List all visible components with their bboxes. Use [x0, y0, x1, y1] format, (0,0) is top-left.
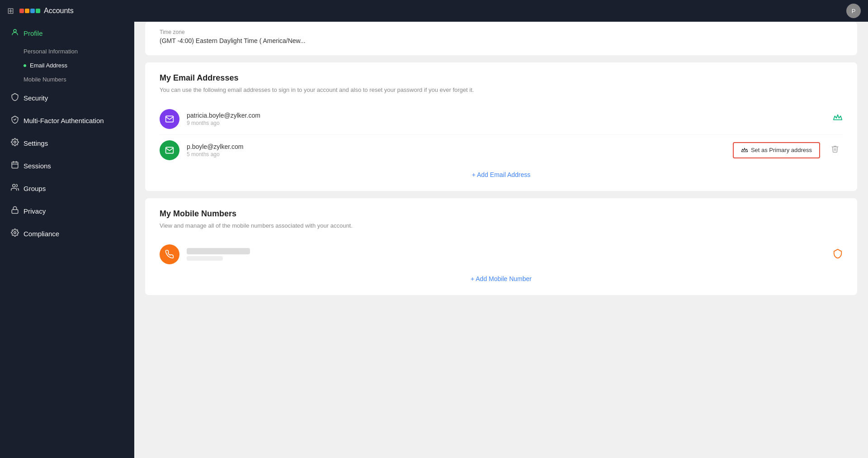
timezone-label: Time zone: [160, 29, 843, 35]
active-dot: [24, 64, 26, 67]
trash-icon: [831, 145, 839, 153]
grid-icon[interactable]: ⊞: [7, 6, 14, 16]
email-address-label: Email Address: [30, 62, 67, 69]
email-address-1: patricia.boyle@zylker.com: [187, 112, 822, 119]
security-label: Security: [24, 94, 48, 102]
phone-time-blurred: [187, 256, 223, 261]
email-avatar-2: [160, 140, 179, 160]
sidebar-item-compliance[interactable]: Compliance: [0, 222, 134, 245]
logo-icon: [19, 9, 40, 13]
mobile-section-title: My Mobile Numbers: [160, 209, 843, 219]
email-info-2: p.boyle@zylker.com 5 months ago: [187, 143, 726, 157]
phone-number-blurred: [187, 248, 250, 254]
groups-label: Groups: [24, 185, 46, 192]
email-time-1: 9 months ago: [187, 120, 822, 126]
app-title: Accounts: [44, 7, 74, 15]
sidebar-item-mobile-numbers[interactable]: Mobile Numbers: [0, 72, 134, 86]
sidebar-item-personal-info[interactable]: Personal Information: [0, 44, 134, 58]
main-content: Time zone (GMT -4:00) Eastern Daylight T…: [134, 0, 868, 458]
svg-rect-2: [12, 162, 18, 168]
timezone-card: Time zone (GMT -4:00) Eastern Daylight T…: [145, 22, 857, 55]
settings-label: Settings: [24, 139, 48, 147]
sessions-icon: [11, 161, 19, 171]
sidebar-item-groups[interactable]: Groups: [0, 177, 134, 200]
personal-info-label: Personal Information: [24, 48, 78, 55]
sidebar-item-profile[interactable]: Profile: [0, 22, 134, 44]
email-time-2: 5 months ago: [187, 151, 726, 157]
sidebar-item-privacy[interactable]: Privacy: [0, 200, 134, 222]
timezone-value: (GMT -4:00) Eastern Daylight Time ( Amer…: [160, 37, 843, 44]
add-email-link[interactable]: + Add Email Address: [160, 166, 843, 180]
sidebar: Profile Personal Information Email Addre…: [0, 0, 134, 458]
profile-icon: [11, 28, 19, 38]
mobile-section-desc: View and manage all of the mobile number…: [160, 221, 843, 230]
email-avatar-1: [160, 109, 179, 129]
sidebar-item-email-address[interactable]: Email Address: [0, 58, 134, 72]
email-row-1: patricia.boyle@zylker.com 9 months ago: [160, 104, 843, 135]
mobile-info-1: [187, 248, 822, 261]
email-info-1: patricia.boyle@zylker.com 9 months ago: [187, 112, 822, 126]
email-addresses-card: My Email Addresses You can use the follo…: [145, 62, 857, 191]
phone-avatar-1: [160, 244, 179, 264]
groups-icon: [11, 183, 19, 193]
email-section-title: My Email Addresses: [160, 73, 843, 83]
privacy-icon: [11, 206, 19, 216]
topbar: ⊞ Accounts P: [0, 0, 868, 22]
svg-point-6: [13, 184, 15, 187]
svg-rect-7: [12, 210, 18, 213]
svg-point-0: [14, 29, 16, 32]
mfa-label: Multi-Factor Authentication: [24, 117, 104, 124]
app-logo: Accounts: [19, 7, 74, 15]
compliance-label: Compliance: [24, 230, 59, 238]
sidebar-item-settings[interactable]: Settings: [0, 132, 134, 154]
shield-verified-icon: [833, 248, 843, 261]
mobile-numbers-card: My Mobile Numbers View and manage all of…: [145, 198, 857, 296]
svg-point-8: [14, 232, 16, 234]
phone-icon: [165, 250, 174, 259]
delete-email-button[interactable]: [827, 143, 843, 157]
compliance-icon: [11, 229, 19, 239]
set-primary-button[interactable]: Set as Primary address: [733, 142, 820, 158]
security-icon: [11, 93, 19, 103]
email-section-desc: You can use the following email addresse…: [160, 86, 843, 95]
set-primary-label: Set as Primary address: [751, 147, 812, 153]
email-address-2: p.boyle@zylker.com: [187, 143, 726, 150]
mobile-numbers-label: Mobile Numbers: [24, 76, 66, 83]
add-mobile-link[interactable]: + Add Mobile Number: [160, 270, 843, 284]
sidebar-item-sessions[interactable]: Sessions: [0, 154, 134, 177]
email-row-2: p.boyle@zylker.com 5 months ago Set as P…: [160, 135, 843, 166]
sessions-label: Sessions: [24, 162, 51, 170]
mfa-icon: [11, 115, 19, 125]
settings-icon: [11, 138, 19, 148]
mobile-row-1: [160, 239, 843, 270]
user-avatar[interactable]: P: [846, 4, 861, 18]
privacy-label: Privacy: [24, 207, 46, 215]
sidebar-item-mfa[interactable]: Multi-Factor Authentication: [0, 109, 134, 132]
primary-crown-icon: [833, 113, 843, 125]
crown-icon: [741, 147, 748, 154]
sidebar-profile-label: Profile: [24, 29, 43, 37]
svg-point-1: [14, 141, 16, 143]
sidebar-item-security[interactable]: Security: [0, 86, 134, 109]
